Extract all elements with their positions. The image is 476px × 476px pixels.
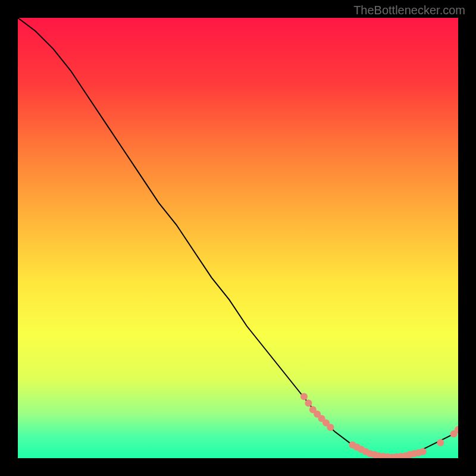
highlight-dot <box>437 439 444 446</box>
chart-svg <box>18 18 458 458</box>
highlight-dots-group <box>300 393 458 458</box>
watermark-text: TheBottlenecker.com <box>353 4 465 17</box>
highlight-dot <box>419 448 427 455</box>
highlight-dot <box>305 400 312 407</box>
bottleneck-curve <box>18 18 458 458</box>
chart-plot-area <box>18 18 458 458</box>
highlight-dot <box>327 424 334 431</box>
highlight-dot <box>300 393 308 400</box>
